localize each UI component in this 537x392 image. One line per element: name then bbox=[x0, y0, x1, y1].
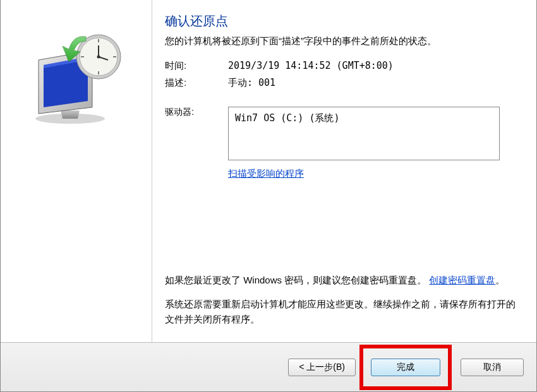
password-note: 如果您最近更改了 Windows 密码，则建议您创建密码重置盘。 创建密码重置盘… bbox=[165, 273, 517, 288]
description-value: 手动: 001 bbox=[228, 77, 517, 89]
create-password-reset-disk-link[interactable]: 创建密码重置盘 bbox=[429, 275, 495, 285]
cancel-button[interactable]: 取消 bbox=[461, 359, 524, 376]
page-title: 确认还原点 bbox=[165, 13, 517, 30]
time-field-row: 时间: 2019/3/19 14:14:52 (GMT+8:00) bbox=[165, 60, 517, 72]
restart-note: 系统还原需要重新启动计算机才能应用这些更改。继续操作之前，请保存所有打开的文件并… bbox=[165, 297, 517, 327]
description-label: 描述: bbox=[165, 77, 228, 89]
content-panel: 确认还原点 您的计算机将被还原到下面“描述”字段中的事件之前所处的状态。 时间:… bbox=[152, 0, 536, 342]
drives-label: 驱动器: bbox=[165, 107, 228, 118]
password-note-suffix: 。 bbox=[495, 275, 505, 285]
drive-item: Win7 OS (C:) (系统) bbox=[235, 112, 493, 124]
left-panel bbox=[1, 0, 152, 342]
drives-field-row: 驱动器: Win7 OS (C:) (系统) bbox=[165, 107, 517, 160]
back-button[interactable]: < 上一步(B) bbox=[288, 359, 356, 376]
main-area: 确认还原点 您的计算机将被还原到下面“描述”字段中的事件之前所处的状态。 时间:… bbox=[1, 0, 536, 342]
finish-highlight: 完成 bbox=[359, 345, 452, 390]
finish-button[interactable]: 完成 bbox=[371, 359, 440, 376]
page-subtitle: 您的计算机将被还原到下面“描述”字段中的事件之前所处的状态。 bbox=[165, 33, 517, 49]
drives-listbox[interactable]: Win7 OS (C:) (系统) bbox=[228, 107, 500, 160]
scan-link-row: 扫描受影响的程序 bbox=[228, 168, 517, 180]
password-note-text: 如果您最近更改了 Windows 密码，则建议您创建密码重置盘。 bbox=[165, 275, 426, 285]
description-field-row: 描述: 手动: 001 bbox=[165, 77, 517, 89]
time-value: 2019/3/19 14:14:52 (GMT+8:00) bbox=[228, 60, 517, 71]
button-bar: < 上一步(B) 完成 取消 bbox=[1, 342, 536, 391]
scan-affected-programs-link[interactable]: 扫描受影响的程序 bbox=[228, 168, 304, 179]
system-restore-icon bbox=[26, 25, 127, 126]
time-label: 时间: bbox=[165, 60, 228, 72]
spacer bbox=[165, 180, 517, 273]
system-restore-dialog: 确认还原点 您的计算机将被还原到下面“描述”字段中的事件之前所处的状态。 时间:… bbox=[0, 0, 537, 392]
svg-point-9 bbox=[97, 56, 100, 59]
